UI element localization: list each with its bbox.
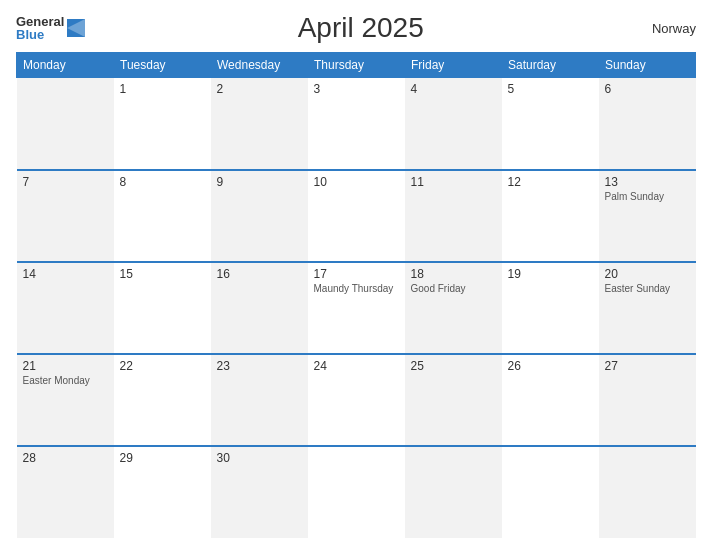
day-number: 6 bbox=[605, 82, 690, 96]
day-event: Easter Sunday bbox=[605, 283, 690, 294]
weekday-header-row: MondayTuesdayWednesdayThursdayFridaySatu… bbox=[17, 53, 696, 78]
day-number: 1 bbox=[120, 82, 205, 96]
calendar-cell bbox=[502, 446, 599, 538]
logo: General Blue bbox=[16, 15, 85, 41]
day-number: 25 bbox=[411, 359, 496, 373]
calendar-cell: 29 bbox=[114, 446, 211, 538]
day-number: 3 bbox=[314, 82, 399, 96]
calendar-cell bbox=[405, 446, 502, 538]
country-label: Norway bbox=[636, 21, 696, 36]
calendar-page: General Blue April 2025 Norway MondayTue… bbox=[0, 0, 712, 550]
week-row-5: 282930 bbox=[17, 446, 696, 538]
calendar-cell: 26 bbox=[502, 354, 599, 446]
day-number: 11 bbox=[411, 175, 496, 189]
calendar-cell: 8 bbox=[114, 170, 211, 262]
calendar-cell: 21Easter Monday bbox=[17, 354, 114, 446]
calendar-cell: 20Easter Sunday bbox=[599, 262, 696, 354]
day-event: Easter Monday bbox=[23, 375, 108, 386]
calendar-cell: 7 bbox=[17, 170, 114, 262]
day-number: 18 bbox=[411, 267, 496, 281]
weekday-header-wednesday: Wednesday bbox=[211, 53, 308, 78]
calendar-title: April 2025 bbox=[85, 12, 636, 44]
calendar-cell: 28 bbox=[17, 446, 114, 538]
weekday-header-thursday: Thursday bbox=[308, 53, 405, 78]
day-event: Good Friday bbox=[411, 283, 496, 294]
calendar-cell: 13Palm Sunday bbox=[599, 170, 696, 262]
day-number: 23 bbox=[217, 359, 302, 373]
calendar-cell: 12 bbox=[502, 170, 599, 262]
calendar-cell: 6 bbox=[599, 78, 696, 170]
day-number: 19 bbox=[508, 267, 593, 281]
day-number: 13 bbox=[605, 175, 690, 189]
day-number: 24 bbox=[314, 359, 399, 373]
day-number: 20 bbox=[605, 267, 690, 281]
day-number: 21 bbox=[23, 359, 108, 373]
calendar-cell bbox=[308, 446, 405, 538]
week-row-4: 21Easter Monday222324252627 bbox=[17, 354, 696, 446]
logo-flag-icon bbox=[67, 19, 85, 37]
calendar-header: General Blue April 2025 Norway bbox=[16, 12, 696, 44]
day-number: 15 bbox=[120, 267, 205, 281]
calendar-cell: 22 bbox=[114, 354, 211, 446]
weekday-header-friday: Friday bbox=[405, 53, 502, 78]
weekday-header-saturday: Saturday bbox=[502, 53, 599, 78]
calendar-cell: 5 bbox=[502, 78, 599, 170]
day-number: 7 bbox=[23, 175, 108, 189]
calendar-cell: 11 bbox=[405, 170, 502, 262]
calendar-cell: 18Good Friday bbox=[405, 262, 502, 354]
day-event: Palm Sunday bbox=[605, 191, 690, 202]
day-number: 14 bbox=[23, 267, 108, 281]
calendar-cell: 2 bbox=[211, 78, 308, 170]
week-row-1: 123456 bbox=[17, 78, 696, 170]
calendar-cell: 3 bbox=[308, 78, 405, 170]
week-row-3: 14151617Maundy Thursday18Good Friday1920… bbox=[17, 262, 696, 354]
day-number: 5 bbox=[508, 82, 593, 96]
day-number: 30 bbox=[217, 451, 302, 465]
weekday-header-tuesday: Tuesday bbox=[114, 53, 211, 78]
day-number: 9 bbox=[217, 175, 302, 189]
calendar-cell: 16 bbox=[211, 262, 308, 354]
day-number: 27 bbox=[605, 359, 690, 373]
day-number: 10 bbox=[314, 175, 399, 189]
calendar-cell: 10 bbox=[308, 170, 405, 262]
day-number: 28 bbox=[23, 451, 108, 465]
calendar-cell: 14 bbox=[17, 262, 114, 354]
calendar-cell: 19 bbox=[502, 262, 599, 354]
day-number: 26 bbox=[508, 359, 593, 373]
calendar-cell: 9 bbox=[211, 170, 308, 262]
day-number: 2 bbox=[217, 82, 302, 96]
logo-blue: Blue bbox=[16, 28, 64, 41]
calendar-table: MondayTuesdayWednesdayThursdayFridaySatu… bbox=[16, 52, 696, 538]
calendar-cell: 25 bbox=[405, 354, 502, 446]
calendar-cell: 15 bbox=[114, 262, 211, 354]
calendar-cell: 24 bbox=[308, 354, 405, 446]
weekday-header-sunday: Sunday bbox=[599, 53, 696, 78]
calendar-cell: 27 bbox=[599, 354, 696, 446]
calendar-cell: 30 bbox=[211, 446, 308, 538]
day-number: 4 bbox=[411, 82, 496, 96]
calendar-cell: 1 bbox=[114, 78, 211, 170]
calendar-cell: 23 bbox=[211, 354, 308, 446]
calendar-cell bbox=[599, 446, 696, 538]
day-number: 29 bbox=[120, 451, 205, 465]
day-number: 22 bbox=[120, 359, 205, 373]
day-number: 8 bbox=[120, 175, 205, 189]
weekday-header-monday: Monday bbox=[17, 53, 114, 78]
day-event: Maundy Thursday bbox=[314, 283, 399, 294]
day-number: 17 bbox=[314, 267, 399, 281]
calendar-cell: 4 bbox=[405, 78, 502, 170]
week-row-2: 78910111213Palm Sunday bbox=[17, 170, 696, 262]
day-number: 16 bbox=[217, 267, 302, 281]
calendar-cell: 17Maundy Thursday bbox=[308, 262, 405, 354]
calendar-cell bbox=[17, 78, 114, 170]
day-number: 12 bbox=[508, 175, 593, 189]
